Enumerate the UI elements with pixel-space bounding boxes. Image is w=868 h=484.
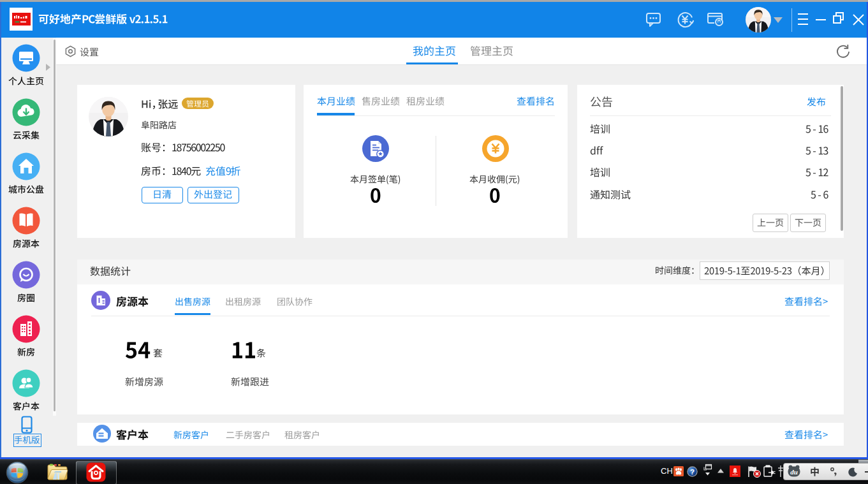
svg-text:?: ? bbox=[690, 468, 695, 476]
svg-text:du: du bbox=[790, 468, 798, 476]
